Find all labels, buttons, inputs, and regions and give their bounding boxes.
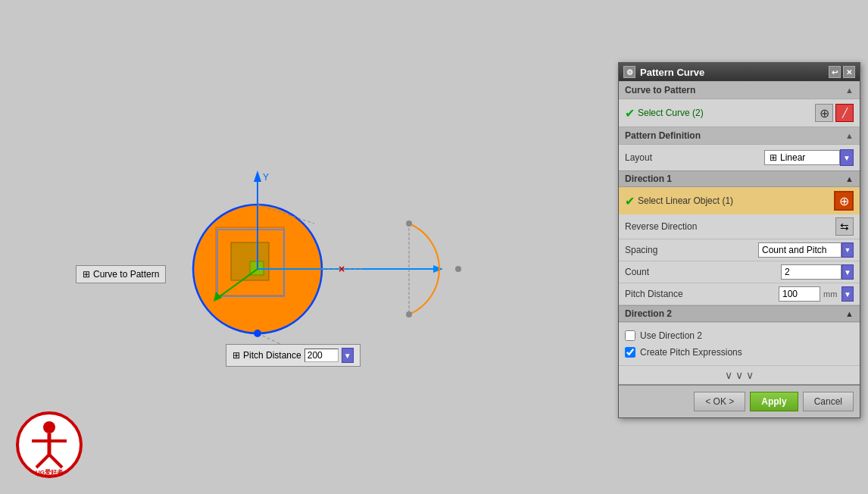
- svg-point-14: [406, 220, 412, 227]
- pattern-curve-dialog: ⚙ Pattern Curve ↩ ✕ Curve to Pattern ▲ ✔…: [618, 62, 860, 418]
- count-label: Count: [625, 267, 781, 277]
- svg-point-15: [406, 311, 412, 317]
- direction1-header: Direction 1 ▲: [619, 170, 860, 187]
- count-row: Count ▼: [619, 261, 860, 283]
- pitch-distance-row: Pitch Distance mm ▼: [619, 283, 860, 305]
- direction2-section: Use Direction 2 Create Pitch Expressions: [619, 322, 860, 365]
- curve-section: ✔ Select Curve (2) ⊕ ╱: [619, 99, 860, 127]
- layout-row: Layout ⊞ Linear ▼: [619, 145, 860, 170]
- curve-type-btn[interactable]: ╱: [835, 104, 854, 122]
- chevrons-row: ∨ ∨ ∨: [619, 365, 860, 384]
- layout-select: ⊞ Linear ▼: [764, 149, 854, 166]
- check-icon-linear: ✔: [625, 194, 635, 208]
- pitch-distance-unit: mm: [823, 289, 838, 299]
- svg-point-20: [254, 330, 261, 337]
- pattern-definition-label: Pattern Definition: [625, 130, 701, 141]
- count-stepper[interactable]: ▼: [841, 264, 854, 280]
- spacing-select-text: Count and Pitch: [762, 245, 826, 255]
- action-buttons: < OK > Apply Cancel: [619, 384, 860, 417]
- canvas-svg: Y ×: [0, 0, 598, 494]
- select-linear-label: ✔ Select Linear Object (1): [625, 194, 733, 208]
- cancel-button[interactable]: Cancel: [803, 392, 854, 411]
- select-linear-text: Select Linear Object (1): [638, 195, 733, 206]
- spacing-value: Count and Pitch ▼: [758, 242, 854, 258]
- pitch-distance-stepper[interactable]: ▼: [342, 348, 354, 363]
- curve-to-pattern-label: ⊞ Curve to Pattern: [76, 265, 166, 283]
- add-curve-btn[interactable]: ⊕: [815, 104, 833, 122]
- layout-select-box[interactable]: ⊞ Linear: [764, 150, 840, 165]
- spacing-select[interactable]: Count and Pitch: [758, 242, 841, 258]
- pitch-distance-label: Pitch Distance: [625, 289, 779, 299]
- curve-label-text: Curve to Pattern: [93, 269, 159, 280]
- pitch-distance-input[interactable]: [304, 349, 339, 362]
- layout-label: Layout: [625, 152, 652, 163]
- direction2-header: Direction 2 ▲: [619, 305, 860, 322]
- titlebar-left: ⚙ Pattern Curve: [623, 66, 704, 78]
- select-curve-text: Select Curve (2): [638, 108, 704, 118]
- svg-point-22: [43, 421, 55, 433]
- spacing-row: Spacing Count and Pitch ▼: [619, 239, 860, 261]
- spacing-dropdown[interactable]: ▼: [841, 242, 854, 258]
- curve-to-pattern-section-label: Curve to Pattern: [625, 85, 695, 95]
- direction2-collapse[interactable]: ▲: [845, 309, 854, 318]
- reverse-direction-label: Reverse Direction: [625, 221, 835, 232]
- svg-marker-6: [254, 170, 261, 182]
- pitch-distance-stepper[interactable]: ▼: [841, 286, 854, 302]
- pitch-icon: ⊞: [233, 350, 240, 361]
- pattern-definition-collapse[interactable]: ▲: [845, 131, 854, 140]
- layout-value: Linear: [780, 152, 805, 163]
- watermark: UG爱好者: [15, 411, 83, 479]
- titlebar-back-btn[interactable]: ↩: [829, 66, 841, 78]
- svg-marker-9: [433, 265, 443, 273]
- svg-point-16: [455, 266, 461, 272]
- spacing-label: Spacing: [625, 245, 758, 255]
- create-pitch-checkbox[interactable]: [625, 347, 635, 358]
- chevron-down-icon: ∨ ∨ ∨: [725, 369, 754, 381]
- select-curve-buttons: ⊕ ╱: [815, 104, 854, 122]
- curve-to-pattern-section-header: Curve to Pattern ▲: [619, 81, 860, 99]
- dialog-icon: ⚙: [623, 66, 635, 78]
- curve-label-icon: ⊞: [83, 269, 90, 280]
- pitch-distance-dialog-input[interactable]: [779, 286, 820, 302]
- use-direction2-checkbox[interactable]: [625, 330, 635, 341]
- svg-text:UG爱好者: UG爱好者: [36, 468, 63, 476]
- direction2-label: Direction 2: [625, 308, 672, 319]
- titlebar-close-btn[interactable]: ✕: [843, 66, 855, 78]
- create-pitch-label: Create Pitch Expressions: [640, 347, 742, 358]
- canvas-area: Y × ⊞ Curve to Pattern ⊞ Pitch Distance …: [0, 0, 598, 494]
- direction1-collapse[interactable]: ▲: [845, 174, 854, 183]
- pitch-distance-box: ⊞ Pitch Distance ▼: [226, 344, 361, 367]
- use-direction2-row: Use Direction 2: [625, 327, 854, 344]
- reverse-btn[interactable]: ⇆: [835, 217, 854, 236]
- direction1-label: Direction 1: [625, 174, 672, 184]
- titlebar-buttons: ↩ ✕: [829, 66, 855, 78]
- check-icon: ✔: [625, 106, 635, 120]
- pitch-distance-value: mm ▼: [779, 286, 854, 302]
- select-curve-row: ✔ Select Curve (2) ⊕ ╱: [625, 104, 854, 122]
- dialog-titlebar: ⚙ Pattern Curve ↩ ✕: [619, 63, 860, 81]
- select-curve-label: ✔ Select Curve (2): [625, 106, 704, 120]
- svg-text:Y: Y: [263, 172, 269, 183]
- count-value: ▼: [781, 264, 854, 280]
- pitch-dist-label: Pitch Distance: [243, 350, 301, 361]
- layout-dropdown-btn[interactable]: ▼: [840, 149, 854, 166]
- create-pitch-row: Create Pitch Expressions: [625, 344, 854, 361]
- apply-button[interactable]: Apply: [750, 392, 798, 411]
- select-linear-row: ✔ Select Linear Object (1) ⊕: [619, 187, 860, 214]
- crosshair-btn[interactable]: ⊕: [834, 191, 854, 211]
- curve-to-pattern-collapse[interactable]: ▲: [845, 86, 854, 95]
- grid-icon: ⊞: [770, 152, 777, 163]
- use-direction2-label: Use Direction 2: [640, 330, 702, 341]
- reverse-direction-row: Reverse Direction ⇆: [619, 214, 860, 239]
- ok-button[interactable]: < OK >: [694, 392, 745, 411]
- reverse-direction-value: ⇆: [835, 217, 854, 236]
- dialog-title: Pattern Curve: [640, 67, 704, 78]
- pattern-definition-section-header: Pattern Definition ▲: [619, 127, 860, 145]
- count-input[interactable]: [781, 264, 841, 280]
